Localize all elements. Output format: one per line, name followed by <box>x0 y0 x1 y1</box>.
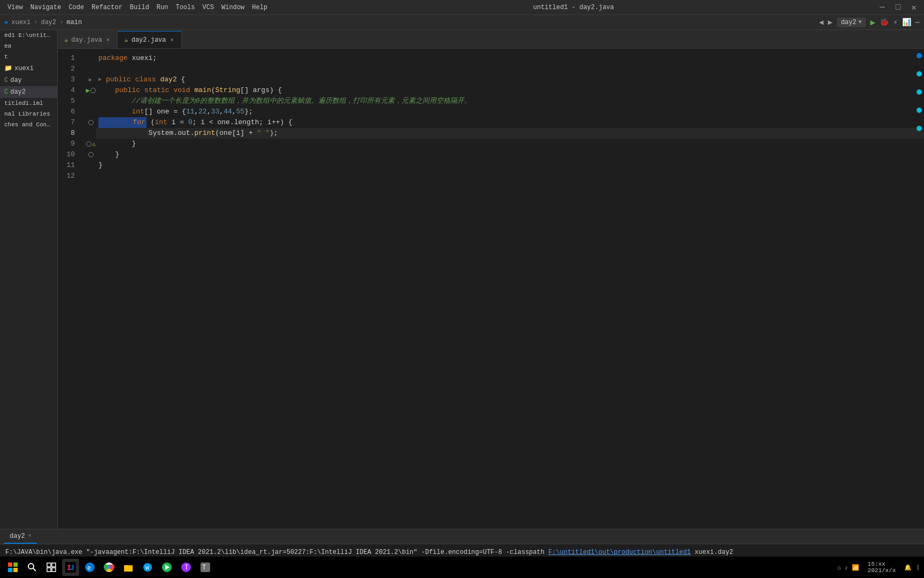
svg-rect-1 <box>13 562 18 567</box>
intellij-taskbar-icon[interactable]: I J <box>62 559 79 576</box>
code-token <box>170 85 174 96</box>
menu-refactor[interactable]: Refactor <box>88 3 126 12</box>
taskbar-left: I J e <box>4 559 214 576</box>
titlebar-right: ─ □ ✕ <box>876 2 920 13</box>
edge-icon: e <box>84 562 95 573</box>
terminal-tab-day2[interactable]: day2 × <box>4 530 37 544</box>
show-desktop-button[interactable]: | <box>916 564 920 571</box>
breakpoint-indicator-9[interactable] <box>86 141 91 147</box>
tab-day2-close[interactable]: × <box>170 36 175 44</box>
sidebar-item-xuexi[interactable]: 📁xuexi <box>0 62 57 74</box>
line-num-7: 7 <box>58 117 79 128</box>
code-token: { <box>177 74 186 85</box>
code-token: one <box>152 107 173 117</box>
code-token: package <box>98 53 128 64</box>
code-editor[interactable]: 1 2 3 4 5 6 7 8 9 10 11 12 ▶ <box>58 49 924 529</box>
line-num-4: 4 <box>58 85 79 96</box>
tray-icons: ⌂ ♪ 📶 <box>837 564 859 571</box>
torchbrowser-taskbar-icon[interactable]: T <box>178 559 195 576</box>
windows-icon <box>7 562 18 573</box>
tab-day2-java[interactable]: ☕ day2.java × <box>118 31 182 48</box>
window-title: untitled1 - day2.java <box>533 4 614 11</box>
gutter-8 <box>86 128 96 139</box>
menu-help[interactable]: Help <box>249 3 271 12</box>
run-button[interactable]: ▶ <box>870 17 875 28</box>
taskbar-search-button[interactable] <box>24 559 41 576</box>
line-num-12: 12 <box>58 171 79 181</box>
chrome-taskbar-icon[interactable] <box>101 559 118 576</box>
gutter-3[interactable]: ▶ <box>86 74 96 85</box>
close-button[interactable]: ✕ <box>908 2 920 13</box>
sidebar-item-day2[interactable]: Cday2 <box>0 86 57 98</box>
breakpoint-indicator-4[interactable] <box>90 88 96 93</box>
sidebar-item-scratches[interactable]: ches and Consoles <box>0 119 57 130</box>
edge-taskbar-icon[interactable]: e <box>81 559 98 576</box>
coverage-button[interactable]: ⚡ <box>893 18 897 27</box>
code-token: , <box>219 107 224 117</box>
breakpoint-indicator-10[interactable] <box>88 152 94 157</box>
gutter-4[interactable]: ▶ <box>86 85 96 96</box>
minimize-button[interactable]: ─ <box>876 3 888 12</box>
start-button[interactable] <box>4 559 21 576</box>
gutter-7[interactable] <box>86 117 96 128</box>
code-token: [] <box>144 107 153 117</box>
terminal-tab-close[interactable]: × <box>28 533 32 539</box>
menu-tools[interactable]: Tools <box>172 3 198 12</box>
warning-icon-9: ⚠ <box>92 140 96 148</box>
fold-icon-3[interactable]: ▶ <box>98 74 105 85</box>
classpath-link[interactable]: F:\untitled1\out\production\untitled1 <box>548 549 690 556</box>
code-token: day2 <box>160 74 176 85</box>
breakpoint-indicator-7[interactable] <box>88 120 94 125</box>
day-java-icon: ☕ <box>64 36 68 44</box>
more-run-button[interactable]: ⋯ <box>915 18 920 27</box>
sidebar-item-iml[interactable]: titled1.iml <box>0 98 57 109</box>
code-token: = <box>180 117 184 128</box>
maximize-button[interactable]: □ <box>892 3 904 12</box>
explorer-taskbar-icon[interactable] <box>120 559 137 576</box>
code-content[interactable]: package xuexi; ▶ public class day2 { pub… <box>96 49 924 529</box>
tab-bar: ☕ day.java × ☕ day2.java × <box>58 30 924 49</box>
nav-forward-button[interactable]: ▶ <box>828 18 832 27</box>
menu-view[interactable]: View <box>4 3 26 12</box>
sidebar-item-ea[interactable]: ea <box>0 41 57 51</box>
debug-button[interactable]: 🐞 <box>880 18 889 27</box>
settings-taskbar-icon[interactable]: W <box>139 559 156 576</box>
sidebar-item-day[interactable]: Cday <box>0 74 57 86</box>
code-token: i <box>167 117 180 128</box>
tab-day-java[interactable]: ☕ day.java × <box>58 31 118 48</box>
menu-navigate[interactable]: Navigate <box>27 3 65 12</box>
breadcrumb-module: day2 <box>41 19 56 26</box>
profile-button[interactable]: 📊 <box>902 18 911 27</box>
typora-taskbar-icon[interactable]: T <box>197 559 214 576</box>
gutter-10[interactable] <box>86 149 96 160</box>
settings-icon: W <box>142 562 153 573</box>
menu-build[interactable]: Build <box>127 3 152 12</box>
sidebar-item-t[interactable]: t <box>0 51 57 62</box>
taskview-button[interactable] <box>43 559 60 576</box>
winamp-taskbar-icon[interactable] <box>158 559 175 576</box>
run-config-dropdown[interactable]: day2 ▼ <box>837 18 866 27</box>
code-line-10: } <box>96 149 924 160</box>
sidebar-item-project-root[interactable]: ed1 E:\untitled1 <box>0 30 57 41</box>
menu-run[interactable]: Run <box>153 3 172 12</box>
notification-icon[interactable]: 🔔 <box>904 564 912 571</box>
code-token: = <box>173 107 178 117</box>
code-token: , <box>207 107 211 117</box>
code-token <box>184 117 188 128</box>
run-arrow-4[interactable]: ▶ <box>86 86 90 95</box>
breadcrumb-project: xuexi <box>11 19 30 26</box>
fold-arrow-3[interactable]: ▶ <box>89 77 92 83</box>
code-token: public <box>106 74 131 85</box>
code-line-2 <box>96 64 924 74</box>
tab-day-close[interactable]: × <box>105 36 111 44</box>
menu-window[interactable]: Window <box>218 3 248 12</box>
code-token: { <box>178 107 186 117</box>
menu-vcs[interactable]: VCS <box>199 3 217 12</box>
menu-code[interactable]: Code <box>65 3 87 12</box>
sidebar-item-libraries[interactable]: nal Libraries <box>0 109 57 119</box>
titlebar-left: View Navigate Code Refactor Build Run To… <box>4 3 271 12</box>
intellij-icon: I J <box>65 562 76 573</box>
gutter-9[interactable]: ⚠ <box>86 139 96 149</box>
nav-back-button[interactable]: ◀ <box>819 18 823 27</box>
class-icon-day2: C <box>4 88 8 96</box>
